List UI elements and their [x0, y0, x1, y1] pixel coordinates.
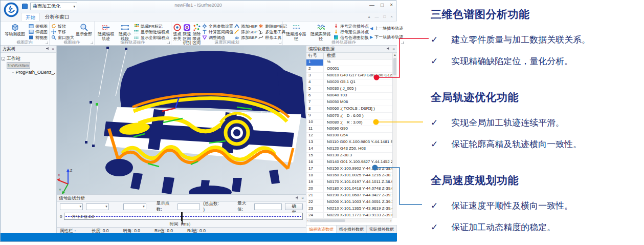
column-header-line[interactable]: 行号: [306, 53, 324, 59]
tree-node-workitem[interactable]: iSurfineWorkItem: [7, 62, 30, 69]
column-header-data[interactable]: 数据: [324, 53, 397, 59]
dialog-launcher-icon[interactable]: [167, 42, 170, 44]
table-row[interactable]: 20 N0180 X-101.0418 Y-44.0748 Z-39.052: [306, 186, 392, 193]
tree-node-root[interactable]: 工作站: [2, 55, 55, 62]
add-hbp-button[interactable]: 添加HBP: [234, 24, 257, 29]
dialog-launcher-icon[interactable]: [279, 42, 281, 44]
bottom-view-button[interactable]: 仰视图: [29, 29, 48, 34]
scrollbar-thumb[interactable]: [309, 219, 345, 222]
horizontal-scrollbar[interactable]: ‹ ›: [306, 218, 392, 222]
table-row[interactable]: 10 N0080 ;( R : 3.00): [306, 119, 392, 126]
table-row[interactable]: 4 N0020 G5.1 Q1: [306, 79, 392, 86]
show-points-input[interactable]: [177, 203, 200, 210]
table-row[interactable]: 5 N0030 ( J_005 ): [306, 86, 392, 93]
close-button[interactable]: ×: [390, 2, 393, 8]
ribbon-collapse-button[interactable]: ▴: [368, 14, 370, 19]
hide-actual-path-button[interactable]: 隐藏实际路径: [309, 23, 332, 41]
scroll-left-icon[interactable]: ‹: [307, 219, 308, 222]
pin-icon[interactable]: [386, 47, 390, 52]
table-row[interactable]: 11 N0090 G90: [306, 126, 392, 133]
hide-prog-path-button[interactable]: 隐藏编程轨迹: [96, 23, 116, 41]
gcode-cell: N0220 X-101.1773 Y-43.9133 Z-39.6212: [324, 213, 392, 218]
tab-actual-interp-data[interactable]: 实际插补数据: [367, 226, 397, 233]
table-row[interactable]: 3 N0010 G40 G17 G49 G80 G90 G125: [306, 73, 392, 79]
gcode-cell: N0050 M06: [324, 99, 392, 106]
table-row[interactable]: 23 N0210 X-101.1365 Y-43.9619 Z-39.4831: [306, 206, 392, 213]
table-row[interactable]: 9 N0070 ;( D : 6.00 ): [306, 113, 392, 119]
close-icon[interactable]: ×: [52, 47, 54, 51]
signal-select-3[interactable]: ▾: [123, 203, 146, 210]
slider-handle[interactable]: [181, 212, 183, 221]
table-row[interactable]: 12 N0100 G54: [306, 133, 392, 139]
table-row[interactable]: 8 N0060 ;( TOOLS : D6R3] ): [306, 106, 392, 113]
confirm-button[interactable]: 确定: [285, 203, 303, 210]
line-number-cell: 11: [306, 126, 324, 132]
collapse-icon[interactable]: [2, 57, 5, 60]
show-all-button[interactable]: 显示全部: [75, 23, 93, 37]
seq-locate-button[interactable]: 序号定位插补点: [334, 24, 369, 29]
data-panel: 编程轨迹数据 × 行号 数据 1 % 2 O0001: [306, 46, 397, 233]
table-row[interactable]: 18 N0160 X-101.0025 Y-44.1216 Z-38.7543: [306, 173, 392, 179]
signal-slider-track[interactable]: 序号:0 值:0.0: [64, 213, 303, 220]
calc-threshold-button[interactable]: 计算区间阈值: [202, 29, 233, 34]
rotate-button[interactable]: 旋转: [51, 24, 74, 29]
table-row[interactable]: 14 N0120 G43 Z50. H03: [306, 146, 392, 153]
child-close-button[interactable]: ×: [390, 14, 393, 19]
add-sbp-button[interactable]: 添加SBP: [234, 29, 257, 34]
table-row[interactable]: 22 N0200 X-101.1003 Y-44.0051 Z-39.3419: [306, 199, 392, 206]
table-row[interactable]: 2 O0001: [306, 66, 392, 73]
check-icon: ✓: [431, 137, 438, 151]
max-value-input[interactable]: [254, 203, 282, 210]
table-row[interactable]: 17 N0150 X-100.9902 Y-44.1363 Z-38.6035: [306, 166, 392, 173]
top-view-button[interactable]: 俯视图: [29, 24, 48, 29]
child-minimize-button[interactable]: —: [374, 14, 379, 19]
gcode-cell: N0130 Z-38.3: [324, 153, 392, 159]
table-row[interactable]: 15 N0130 Z-38.3: [306, 153, 392, 159]
signal-select-2[interactable]: ▾: [86, 203, 109, 210]
scroll-right-icon[interactable]: ›: [390, 219, 391, 222]
global-param-button[interactable]: 全局参数设置: [202, 24, 233, 29]
table-row[interactable]: 21 N0190 X-101.0687 Y-44.0427 Z-39.1981: [306, 193, 392, 199]
tab-analysis[interactable]: 分析和窗口: [41, 13, 74, 21]
dialog-launcher-icon[interactable]: [46, 42, 48, 44]
prev-interp-button[interactable]: ◀上一块插补轨迹: [370, 25, 403, 31]
table-row[interactable]: 13 N0110 G00 X-100.9803 Y-44.1481 S15000…: [306, 139, 392, 146]
table-row[interactable]: 1 %: [306, 59, 392, 66]
tree-node-progpath[interactable]: – ProgPath_OBenz_J_...: [12, 69, 55, 75]
tab-prog-track-data[interactable]: 编程轨迹数据: [306, 226, 337, 233]
scroll-up-icon[interactable]: ▲: [393, 53, 397, 57]
viewport-3d[interactable]: X Z X Y: [57, 46, 306, 194]
note-bullet: 保证速度平顺性及横向一致性。: [451, 199, 573, 213]
signal-select-1[interactable]: ▾: [60, 203, 83, 210]
minimize-button[interactable]: —: [369, 2, 374, 8]
show-near-points-button[interactable]: 显示附近编程点: [134, 29, 169, 34]
tab-cmd-interp-data[interactable]: 指令插补数据: [337, 226, 367, 233]
pick-switch-button[interactable]: 选点开关: [173, 23, 182, 41]
line-number-cell: 1: [306, 59, 324, 66]
scrollbar-thumb[interactable]: [393, 58, 396, 75]
pin-icon[interactable]: [46, 47, 50, 52]
hide-cmd-path-button[interactable]: 隐藏指令路径: [284, 23, 308, 41]
vertical-scrollbar[interactable]: ▲: [392, 53, 397, 218]
tab-home[interactable]: 开始: [21, 13, 40, 21]
pin-icon[interactable]: [295, 196, 299, 201]
line-locate-button[interactable]: 行号定位插补点: [334, 29, 369, 34]
isometric-view-button[interactable]: 等轴测视图: [2, 23, 28, 37]
note-title: 三维色谱图分析功能: [431, 7, 590, 22]
child-restore-button[interactable]: □: [383, 14, 386, 19]
table-row[interactable]: 16 N0140 G01 X-100.9827 Y-44.1452 Z-38.4…: [306, 159, 392, 166]
table-row[interactable]: 7 N0050 M06: [306, 99, 392, 106]
dialog-launcher-icon[interactable]: [91, 42, 93, 44]
close-icon[interactable]: ×: [301, 196, 304, 200]
check-icon: ✓: [431, 220, 438, 234]
restore-button[interactable]: □: [381, 2, 384, 8]
hide-fr-button[interactable]: 隐藏FR标记: [134, 24, 169, 29]
close-icon[interactable]: ×: [392, 47, 395, 51]
dialog-launcher-icon[interactable]: [401, 42, 404, 44]
hide-segments-button[interactable]: 隐藏小线段: [117, 23, 133, 41]
pan-button[interactable]: 平移: [51, 29, 74, 34]
table-row[interactable]: 19 N0170 X-101.0197 Y-44.1011 Z-38.9039: [306, 179, 392, 186]
group-view-orientation: 等轴测视图 俯视图 仰视图 前视图 视图定向: [1, 22, 50, 45]
table-row[interactable]: 6 N0040 T03: [306, 93, 392, 99]
table-row[interactable]: 24 N0220 X-101.1773 Y-43.9133 Z-39.6212: [306, 213, 392, 218]
